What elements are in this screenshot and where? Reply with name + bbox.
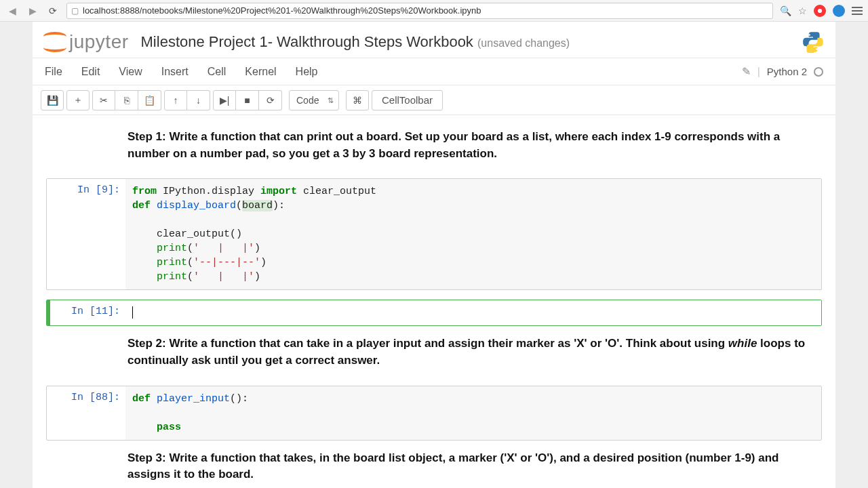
code-cell-2-selected[interactable]: In [11]: xyxy=(46,300,822,326)
restart-button[interactable]: ⟳ xyxy=(259,90,282,110)
jupyter-logo[interactable]: jupyter xyxy=(43,30,129,54)
browser-toolbar: ◀ ▶ ⟳ ▢ localhost:8888/notebooks/Milesto… xyxy=(0,0,868,22)
menu-edit[interactable]: Edit xyxy=(81,66,100,78)
menu-view[interactable]: View xyxy=(119,66,142,78)
forward-button[interactable]: ▶ xyxy=(26,4,39,18)
text-cursor xyxy=(132,306,133,319)
notebook-content: Step 1: Write a function that can print … xyxy=(33,115,835,488)
code-cell-3[interactable]: In [88]: def player_input(): pass xyxy=(46,386,822,441)
notebook: jupyter Milestone Project 1- Walkthrough… xyxy=(33,22,835,488)
cell-type-select[interactable]: Code xyxy=(289,90,339,110)
menu-file[interactable]: File xyxy=(45,66,62,78)
copy-button[interactable]: ⎘ xyxy=(115,90,138,110)
zoom-icon[interactable]: 🔍 xyxy=(780,5,791,16)
url-text: localhost:8888/notebooks/Milestone%20Pro… xyxy=(83,5,481,16)
bookmark-icon[interactable]: ☆ xyxy=(798,5,807,16)
menu-kernel[interactable]: Kernel xyxy=(245,66,276,78)
save-button[interactable]: 💾 xyxy=(41,90,64,110)
save-status: (unsaved changes) xyxy=(477,37,570,49)
site-info-icon: ▢ xyxy=(71,6,79,16)
cell-prompt: In [88]: xyxy=(47,386,125,440)
code-cell-1[interactable]: In [9]: from IPython.display import clea… xyxy=(46,178,822,290)
markdown-step2[interactable]: Step 2: Write a function that can take i… xyxy=(127,336,819,369)
menu-insert[interactable]: Insert xyxy=(161,66,189,78)
interrupt-button[interactable]: ■ xyxy=(236,90,259,110)
kernel-name[interactable]: Python 2 xyxy=(767,66,807,77)
menubar: File Edit View Insert Cell Kernel Help ✎… xyxy=(33,58,835,85)
toolbar: 💾 ＋ ✂ ⎘ 📋 ↑ ↓ ▶| ■ ⟳ Code ⌘ CellToolbar xyxy=(33,85,835,115)
add-cell-button[interactable]: ＋ xyxy=(66,90,90,110)
code-input[interactable]: from IPython.display import clear_output… xyxy=(125,179,821,289)
jupyter-orb-icon xyxy=(43,30,66,54)
notebook-title[interactable]: Milestone Project 1- Walkthrough Steps W… xyxy=(141,33,570,51)
celltoolbar-button[interactable]: CellToolbar xyxy=(372,90,443,110)
reload-button[interactable]: ⟳ xyxy=(46,4,60,18)
back-button[interactable]: ◀ xyxy=(5,4,19,18)
menu-help[interactable]: Help xyxy=(296,66,318,78)
url-bar[interactable]: ▢ localhost:8888/notebooks/Milestone%20P… xyxy=(66,3,773,19)
cut-button[interactable]: ✂ xyxy=(92,90,115,110)
markdown-step1[interactable]: Step 1: Write a function that can print … xyxy=(127,129,819,162)
code-input[interactable] xyxy=(125,300,821,325)
code-input[interactable]: def player_input(): pass xyxy=(125,386,821,440)
move-down-button[interactable]: ↓ xyxy=(187,90,210,110)
kernel-status-icon xyxy=(814,67,823,77)
notebook-header: jupyter Milestone Project 1- Walkthrough… xyxy=(33,22,835,58)
menu-icon[interactable] xyxy=(852,7,863,15)
markdown-step3[interactable]: Step 3: Write a function that takes, in … xyxy=(127,450,819,483)
menu-cell[interactable]: Cell xyxy=(208,66,226,78)
extension-opera-icon[interactable] xyxy=(814,5,826,17)
extension-globe-icon[interactable] xyxy=(833,5,845,17)
paste-button[interactable]: 📋 xyxy=(138,90,161,110)
command-palette-button[interactable]: ⌘ xyxy=(346,90,369,110)
move-up-button[interactable]: ↑ xyxy=(164,90,187,110)
run-button[interactable]: ▶| xyxy=(213,90,236,110)
python-logo-icon xyxy=(802,30,825,54)
cell-prompt: In [11]: xyxy=(47,300,125,325)
edit-mode-icon[interactable]: ✎ xyxy=(742,65,751,78)
cell-prompt: In [9]: xyxy=(47,179,125,289)
